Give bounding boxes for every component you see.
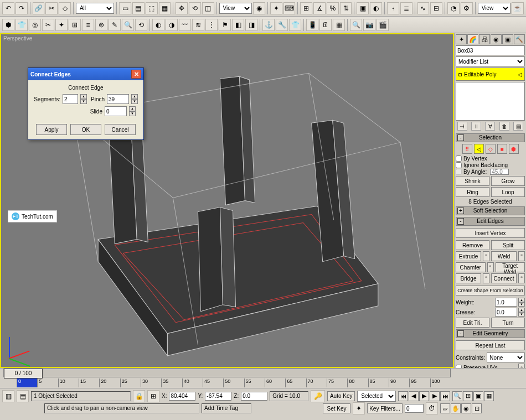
pan-icon[interactable]: ✋ (451, 403, 461, 413)
zoom-extents-all-icon[interactable]: ▦ (484, 391, 494, 401)
spin-up-icon[interactable]: ▲ (80, 94, 87, 99)
modifier-stack-item[interactable]: ◘ Editable Poly◁ (456, 68, 525, 81)
angle-snap-icon[interactable]: ∡ (313, 2, 326, 14)
curve-editor-icon[interactable]: ∿ (417, 2, 430, 14)
tb2-icon[interactable]: 🔍 (350, 19, 362, 31)
time-slider[interactable]: 0 / 100 (3, 369, 451, 377)
modifier-list-combo[interactable]: Modifier List (456, 56, 525, 66)
pin-stack-icon[interactable]: ⊣ (457, 122, 467, 131)
show-end-icon[interactable]: Ⅱ (471, 122, 481, 131)
rotate-icon[interactable]: ⟲ (189, 2, 201, 14)
weld-settings-button[interactable]: ▫ (518, 251, 525, 261)
weld-button[interactable]: Weld (491, 251, 517, 261)
tab-create[interactable]: ✦ (456, 34, 467, 44)
time-tick[interactable]: 60 (265, 378, 285, 387)
time-tick[interactable]: 30 (141, 378, 161, 387)
current-frame-field[interactable] (405, 404, 424, 413)
tb2-icon[interactable]: ◐ (152, 19, 164, 31)
tb2-icon[interactable]: 🗓 (319, 19, 332, 31)
bridge-button[interactable]: Bridge (456, 273, 481, 283)
tb2-icon[interactable]: ⊞ (69, 19, 81, 31)
tb2-icon[interactable]: ⋮ (205, 19, 218, 31)
spin-down-icon[interactable]: ▼ (129, 111, 136, 116)
apply-button[interactable]: Apply (36, 124, 67, 135)
goto-end-icon[interactable]: ⏭ (440, 391, 450, 401)
keyboard-icon[interactable]: ⌨ (283, 2, 296, 14)
time-tick[interactable]: 45 (203, 378, 223, 387)
insert-vertex-button[interactable]: Insert Vertex (456, 228, 525, 238)
spin-up-icon[interactable]: ▲ (131, 94, 138, 99)
autokey-button[interactable]: Auto Key (327, 391, 355, 401)
setkey-button[interactable]: Set Key (323, 403, 350, 413)
spin-down-icon[interactable]: ▼ (131, 99, 138, 104)
scale-icon[interactable]: ◫ (202, 2, 214, 14)
time-tick[interactable]: 80 (347, 378, 368, 387)
render-scene-icon[interactable]: ⚙ (461, 2, 473, 14)
segments-field[interactable] (63, 94, 78, 104)
fov-icon[interactable]: ▱ (440, 403, 450, 413)
transform-typein-icon[interactable]: ⊞ (147, 390, 159, 402)
rollout-soft-selection[interactable]: +Soft Selection (456, 206, 525, 215)
extrude-settings-button[interactable]: ▫ (483, 251, 489, 261)
link-icon[interactable]: 🔗 (33, 2, 45, 14)
tb2-icon[interactable]: ✦ (55, 19, 68, 31)
subobj-vertex-icon[interactable]: ⠿ (462, 144, 472, 154)
percent-snap-icon[interactable]: % (327, 2, 339, 14)
split-button[interactable]: Split (491, 240, 525, 250)
edit-tri-button[interactable]: Edit Tri. (456, 318, 489, 328)
connect-button[interactable]: Connect (491, 273, 517, 283)
z-field[interactable] (241, 392, 267, 401)
time-tick[interactable]: 95 (409, 378, 430, 387)
connect-settings-button[interactable]: ▫ (518, 273, 525, 283)
next-frame-icon[interactable]: ▶ (430, 391, 440, 401)
tb2-icon[interactable]: ≋ (192, 19, 204, 31)
pivot-icon[interactable]: ◉ (253, 2, 265, 14)
time-tick[interactable]: 65 (285, 378, 306, 387)
play-icon[interactable]: ▶ (419, 391, 429, 401)
prev-frame-icon[interactable]: ◀ (409, 391, 419, 401)
lock-icon[interactable]: 🔒 (133, 390, 145, 402)
spin-up-icon[interactable]: ▲ (518, 308, 525, 312)
quick-render-icon[interactable]: ☕ (512, 2, 524, 14)
by-vertex-checkbox[interactable] (456, 155, 462, 162)
tb2-icon[interactable]: ◑ (166, 19, 178, 31)
tb2-icon[interactable]: 👕 (16, 19, 28, 31)
tb2-icon[interactable]: 🔧 (276, 19, 288, 31)
shrink-button[interactable]: Shrink (456, 176, 489, 186)
constraints-combo[interactable]: None (487, 352, 525, 362)
layers-icon[interactable]: ≣ (400, 2, 412, 14)
tb2-icon[interactable]: ◨ (245, 19, 257, 31)
tb2-icon[interactable]: ≡ (82, 19, 94, 31)
spinner-snap-icon[interactable]: ⇅ (340, 2, 352, 14)
refcoord-combo[interactable]: View (219, 3, 252, 14)
time-slider-knob[interactable]: 0 / 100 (4, 369, 43, 378)
tb2-icon[interactable]: 📷 (363, 19, 375, 31)
tb2-icon[interactable]: ⚑ (219, 19, 231, 31)
redo-icon[interactable]: ↷ (16, 2, 28, 14)
configure-icon[interactable]: ▤ (513, 122, 523, 131)
time-config-icon[interactable]: ⏱ (426, 402, 438, 414)
time-tick[interactable]: 50 (223, 378, 244, 387)
unique-icon[interactable]: ∀ (485, 122, 495, 131)
tb2-icon[interactable]: ◎ (29, 19, 41, 31)
subobj-element-icon[interactable]: ⬢ (509, 144, 519, 154)
time-tick[interactable]: 90 (389, 378, 409, 387)
pinch-field[interactable] (107, 94, 129, 104)
tb2-icon[interactable]: ⬢ (2, 19, 14, 31)
arc-rotate-icon[interactable]: ◉ (461, 403, 471, 413)
zoom-all-icon[interactable]: ⊞ (463, 391, 473, 401)
crease-field[interactable] (495, 308, 517, 317)
select-region-icon[interactable]: ⬚ (146, 2, 158, 14)
align-icon[interactable]: ⫞ (387, 2, 399, 14)
selection-filter-combo[interactable]: All (76, 3, 114, 14)
time-tick[interactable]: 5 (37, 378, 58, 387)
cancel-button[interactable]: Cancel (105, 124, 136, 135)
material-icon[interactable]: ◔ (447, 2, 460, 14)
snap-icon[interactable]: ⊞ (300, 2, 312, 14)
key-icon[interactable]: 🔑 (311, 390, 325, 402)
spin-up-icon[interactable]: ▲ (129, 106, 136, 111)
remove-mod-icon[interactable]: 🗑 (499, 122, 509, 131)
keymode-combo[interactable]: Selected (357, 391, 396, 402)
manipulate-icon[interactable]: ✦ (270, 2, 282, 14)
maxscript-icon[interactable]: ▥ (2, 390, 14, 402)
